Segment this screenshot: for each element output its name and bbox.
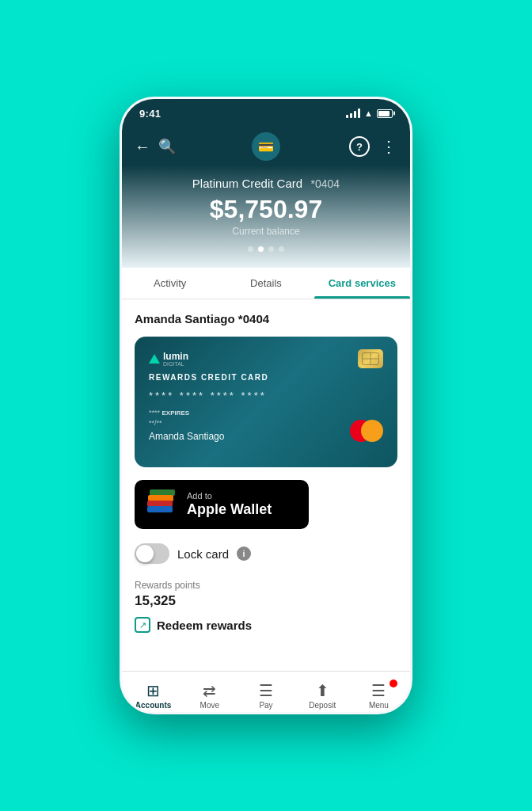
- rewards-points-value: 15,325: [135, 593, 397, 609]
- card-holder-name: Amanda Santiago: [149, 431, 224, 442]
- balance-amount: $5,750.97: [138, 196, 394, 223]
- deposit-icon: ⬆: [316, 683, 329, 699]
- card-icon: 💳: [258, 139, 274, 154]
- toggle-knob: [136, 545, 154, 562]
- help-button[interactable]: ?: [349, 136, 370, 157]
- page-dots: [138, 246, 394, 252]
- card-number-masked: **** **** **** ****: [149, 390, 383, 402]
- lock-card-row: Lock card i: [135, 543, 397, 564]
- card-expiry: **** EXPIRES **/** Amanda Santiago: [149, 408, 224, 442]
- rewards-points-label: Rewards points: [135, 580, 397, 591]
- pay-icon: ☰: [259, 683, 273, 699]
- accounts-label: Accounts: [135, 701, 172, 710]
- card-bottom-row: **** EXPIRES **/** Amanda Santiago: [149, 408, 383, 442]
- active-bar: [131, 712, 176, 714]
- wifi-icon: ▲: [364, 109, 373, 118]
- lumin-brand-sub: DIGITAL: [163, 361, 188, 367]
- account-header: Platinum Credit Card *0404 $5,750.97 Cur…: [122, 166, 410, 268]
- redeem-rewards-label: Redeem rewards: [157, 619, 252, 632]
- nav-bar: ← 🔍 💳 ? ⋮: [122, 128, 410, 166]
- tab-card-services[interactable]: Card services: [314, 268, 410, 299]
- nav-move[interactable]: ⇄ Move: [181, 678, 238, 714]
- tab-activity[interactable]: Activity: [122, 268, 218, 299]
- card-type-label: REWARDS CREDIT CARD: [149, 373, 383, 382]
- menu-label: Menu: [369, 701, 389, 710]
- dot-2: [258, 246, 264, 252]
- search-button[interactable]: 🔍: [158, 138, 176, 155]
- move-icon: ⇄: [203, 683, 216, 699]
- dot-3: [268, 246, 274, 252]
- account-holder: Amanda Santiago *0404: [135, 312, 397, 326]
- app-icon: 💳: [252, 132, 280, 161]
- nav-right: ? ⋮: [349, 136, 397, 157]
- apple-wallet-label: Apple Wallet: [187, 501, 272, 517]
- deposit-label: Deposit: [309, 701, 336, 710]
- menu-icon: ☰: [371, 683, 386, 699]
- rewards-section: Rewards points 15,325 Redeem rewards: [135, 580, 397, 633]
- lumin-logo: lumin DIGITAL: [149, 352, 188, 367]
- move-label: Move: [200, 701, 219, 710]
- menu-badge: [390, 680, 397, 687]
- tab-details[interactable]: Details: [218, 268, 314, 299]
- status-bar: 9:41 ▲: [122, 99, 410, 128]
- card-suffix: *0404: [311, 177, 340, 190]
- main-content: Amanda Santiago *0404 lumin DIGITAL: [122, 299, 410, 671]
- card-name: Platinum Credit Card: [192, 177, 302, 190]
- status-icons: ▲: [346, 109, 393, 118]
- redeem-rewards-button[interactable]: Redeem rewards: [135, 617, 397, 633]
- bottom-nav: ⊞ Accounts ⇄ Move ☰ Pay ⬆ Deposit ☰ Menu: [122, 671, 410, 714]
- signal-icon: [346, 109, 360, 118]
- lumin-brand-name: lumin: [163, 352, 188, 361]
- mastercard-logo: [350, 420, 383, 442]
- nav-pay[interactable]: ☰ Pay: [238, 678, 294, 714]
- chip-lines: [362, 352, 379, 365]
- lock-card-label: Lock card: [177, 547, 229, 561]
- apple-wallet-text: Add to Apple Wallet: [187, 492, 272, 518]
- card-chip-icon: [358, 349, 383, 368]
- nav-deposit[interactable]: ⬆ Deposit: [294, 678, 351, 714]
- lock-card-toggle[interactable]: [135, 543, 169, 564]
- credit-card-visual: lumin DIGITAL REWARDS CREDIT CARD **** *…: [135, 337, 397, 467]
- lock-card-info-button[interactable]: i: [237, 546, 251, 561]
- nav-accounts[interactable]: ⊞ Accounts: [125, 678, 181, 714]
- dot-1: [248, 246, 253, 252]
- redeem-icon: [135, 617, 150, 633]
- more-menu-button[interactable]: ⋮: [381, 137, 397, 156]
- dot-4: [279, 246, 284, 252]
- mc-right-circle: [361, 420, 383, 442]
- add-to-label: Add to: [187, 492, 272, 501]
- back-button[interactable]: ←: [135, 138, 150, 156]
- nav-menu[interactable]: ☰ Menu: [351, 678, 407, 714]
- tab-bar: Activity Details Card services: [122, 268, 410, 299]
- lumin-triangle-icon: [149, 354, 160, 364]
- card-brand-row: lumin DIGITAL: [149, 349, 383, 368]
- pay-label: Pay: [259, 701, 272, 710]
- wallet-card-blue: [147, 506, 173, 512]
- wallet-icon: [147, 489, 177, 520]
- status-time: 9:41: [139, 108, 161, 120]
- battery-icon: [377, 109, 393, 118]
- add-to-apple-wallet-button[interactable]: Add to Apple Wallet: [135, 480, 309, 529]
- balance-label: Current balance: [138, 226, 394, 237]
- accounts-icon: ⊞: [146, 683, 160, 699]
- phone-frame: 9:41 ▲ ← 🔍 💳 ? ⋮ Platinum Credit: [120, 97, 412, 714]
